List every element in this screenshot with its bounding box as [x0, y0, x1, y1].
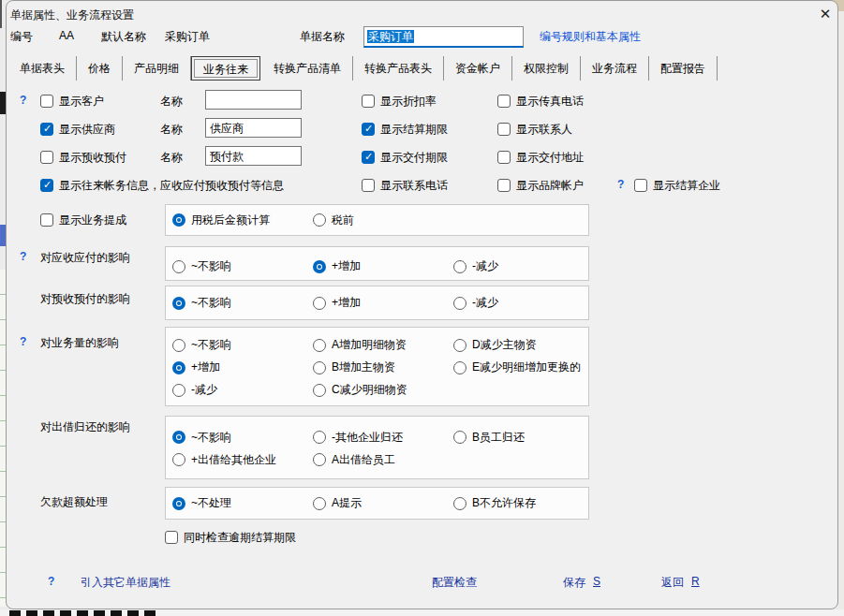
help-icon[interactable]: ?	[20, 335, 26, 348]
radio-icon	[172, 361, 185, 374]
checkbox-icon	[40, 213, 53, 227]
radio-no-handling[interactable]: ~不处理	[172, 492, 313, 515]
checkbox-show-supplier[interactable]: 显示供应商	[40, 118, 115, 140]
checkbox-show-discount[interactable]: 显示折扣率	[362, 90, 437, 112]
radio-no-effect[interactable]: ~不影响	[172, 334, 313, 357]
tab-convert-product-header[interactable]: 转换产品表头	[353, 56, 444, 81]
name-label: 名称	[160, 122, 183, 138]
background-scrollbar-sliver	[0, 0, 2, 28]
checkbox-show-settle-company[interactable]: 显示结算企业	[634, 174, 720, 197]
radio-add-detail-material[interactable]: A增加明细物资	[313, 334, 453, 357]
checkbox-icon	[497, 179, 511, 192]
tab-business-relations[interactable]: 业务往来	[191, 56, 260, 81]
radio-reduce-main-material[interactable]: D减少主物资	[453, 334, 594, 357]
radio-decrease[interactable]: -减少	[172, 379, 313, 402]
radio-after-tax[interactable]: 用税后金额计算	[172, 209, 313, 231]
checkbox-check-overdue-settle-term[interactable]: 同时检查逾期结算期限	[165, 526, 296, 549]
radio-decrease[interactable]: -减少	[453, 292, 594, 315]
checkbox-show-fax[interactable]: 显示传真电话	[497, 90, 584, 112]
radio-icon	[172, 384, 185, 397]
checkbox-icon	[497, 95, 511, 108]
radio-label: B增加主物资	[332, 359, 395, 375]
help-icon[interactable]: ?	[20, 94, 26, 107]
radio-lend-to-other-company[interactable]: +出借给其他企业	[172, 448, 313, 471]
checkbox-label: 显示预收预付	[59, 150, 126, 166]
customer-name-input[interactable]	[205, 90, 302, 110]
radio-reduce-detail-add-replaced[interactable]: E减少明细增加更换的	[453, 357, 594, 379]
checkbox-show-delivery-term[interactable]: 显示交付期限	[362, 146, 448, 169]
return-shortcut-key: R	[691, 575, 700, 591]
checkbox-show-account-info[interactable]: 显示往来帐务信息，应收应付预收预付等信息	[40, 174, 284, 197]
help-icon[interactable]: ?	[48, 575, 54, 588]
radio-increase[interactable]: +增加	[313, 292, 453, 315]
checkbox-show-prepay[interactable]: 显示预收预付	[40, 146, 126, 169]
tab-business-flow[interactable]: 业务流程	[581, 56, 649, 81]
supplier-name-input[interactable]: 供应商	[205, 118, 302, 138]
radio-label: D减少主物资	[472, 337, 537, 353]
dialog-title: 单据属性、业务流程设置	[10, 7, 134, 23]
radio-label: +增加	[191, 359, 220, 375]
tab-convert-product-list[interactable]: 转换产品清单	[262, 56, 353, 81]
radio-label: B不允许保存	[472, 495, 536, 511]
radio-other-company-return[interactable]: -其他企业归还	[313, 426, 453, 448]
save-button[interactable]: 保存 S	[563, 575, 600, 591]
config-check-link[interactable]: 配置检查	[432, 575, 477, 591]
checkbox-show-phone[interactable]: 显示联系电话	[362, 174, 448, 197]
checkbox-icon	[40, 95, 53, 108]
doc-name-input[interactable]: 采购订单	[363, 26, 524, 48]
tab-fund-account[interactable]: 资金帐户	[444, 56, 512, 81]
tab-config-report[interactable]: 配置报告	[649, 56, 718, 81]
help-icon[interactable]: ?	[617, 178, 624, 191]
impact-volume-option-group: ~不影响 A增加明细物资 D减少主物资 +增加 B增加主物资 E减少明	[165, 327, 589, 406]
close-icon[interactable]: ✕	[814, 4, 837, 24]
radio-label: -减少	[472, 258, 498, 274]
radio-increase[interactable]: +增加	[313, 256, 453, 278]
tab-price[interactable]: 价格	[77, 56, 123, 81]
radio-employee-return[interactable]: B员工归还	[453, 426, 594, 448]
checkbox-icon	[634, 179, 647, 192]
tab-doc-header[interactable]: 单据表头	[8, 56, 77, 81]
checkbox-icon	[362, 151, 375, 164]
numbering-rules-link[interactable]: 编号规则和基本属性	[540, 29, 641, 45]
name-label: 名称	[160, 94, 183, 110]
tab-product-detail[interactable]: 产品明细	[123, 56, 191, 81]
checkbox-show-commission[interactable]: 显示业务提成	[40, 209, 126, 231]
checkbox-show-customer[interactable]: 显示客户	[40, 90, 104, 112]
section-label-debt: 欠款超额处理	[40, 494, 108, 510]
radio-icon	[172, 213, 185, 227]
checkbox-icon	[40, 123, 53, 136]
radio-reduce-detail-material[interactable]: C减少明细物资	[313, 379, 453, 402]
import-other-doc-attrs-link[interactable]: 引入其它单据属性	[81, 575, 170, 591]
radio-no-effect[interactable]: ~不影响	[172, 292, 313, 315]
radio-label: B员工归还	[472, 430, 525, 446]
prepay-name-input[interactable]: 预付款	[205, 146, 302, 166]
debt-option-group: ~不处理 A提示 B不允许保存	[165, 487, 589, 520]
tab-permission-control[interactable]: 权限控制	[512, 56, 581, 81]
checkbox-show-contact[interactable]: 显示联系人	[497, 118, 572, 140]
help-icon[interactable]: ?	[20, 250, 26, 263]
checkbox-label: 显示往来帐务信息，应收应付预收预付等信息	[59, 178, 284, 194]
radio-add-main-material[interactable]: B增加主物资	[313, 357, 453, 379]
return-button[interactable]: 返回 R	[661, 575, 700, 591]
radio-no-effect[interactable]: ~不影响	[172, 426, 313, 448]
checkbox-show-brand-account[interactable]: 显示品牌帐户	[497, 174, 584, 197]
radio-forbid-save[interactable]: B不允许保存	[453, 492, 594, 515]
checkbox-label: 显示折扣率	[380, 94, 437, 110]
radio-no-effect[interactable]: ~不影响	[172, 256, 313, 278]
radio-decrease[interactable]: -减少	[453, 256, 594, 278]
radio-icon	[453, 497, 466, 510]
checkbox-show-delivery-addr[interactable]: 显示交付地址	[497, 146, 584, 169]
radio-lend-to-employee[interactable]: A出借给员工	[313, 448, 453, 471]
radio-prompt[interactable]: A提示	[313, 492, 453, 515]
radio-increase[interactable]: +增加	[172, 357, 313, 379]
radio-label: A出借给员工	[332, 452, 395, 468]
radio-icon	[313, 339, 326, 352]
radio-label: ~不处理	[191, 495, 231, 511]
radio-label: A增加明细物资	[332, 337, 407, 353]
radio-icon	[453, 361, 466, 374]
code-label: 编号	[10, 29, 33, 45]
checkbox-icon	[497, 123, 511, 136]
checkbox-show-settle-term[interactable]: 显示结算期限	[362, 118, 448, 140]
radio-before-tax[interactable]: 税前	[313, 209, 453, 231]
radio-icon	[313, 384, 326, 397]
